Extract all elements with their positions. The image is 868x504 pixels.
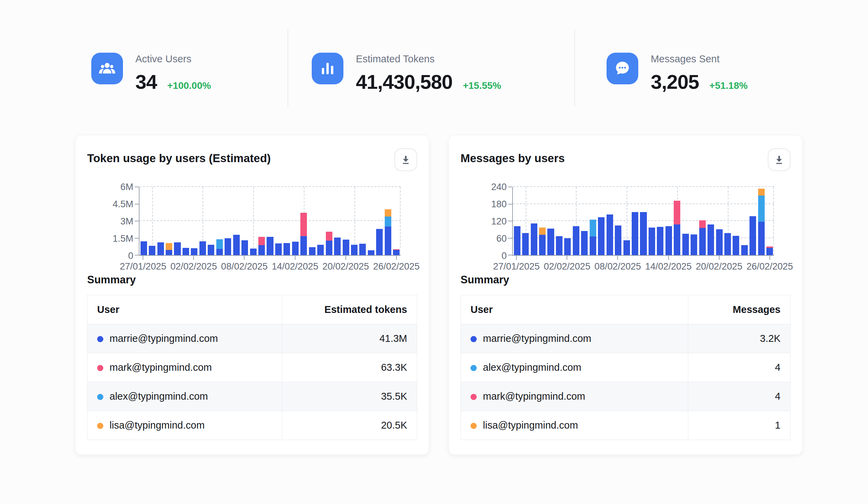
bar-day-16[interactable] [267,187,273,255]
bar-day-10[interactable] [216,187,223,255]
x-axis-tick [244,256,245,260]
user-email: marrie@typingmind.com [483,333,591,344]
bar-segment-marrie [250,249,257,255]
bar-segment-marrie [514,226,520,255]
stat-value: 41,430,580 [356,70,452,93]
bar-segment-marrie [564,238,571,255]
x-axis-tick [193,256,194,260]
bar-day-30[interactable] [385,187,391,255]
bar-day-25[interactable] [343,187,349,255]
x-axis-tick [617,256,618,260]
bar-day-15[interactable] [258,187,265,255]
summary-table-body: marrie@typingmind.com41.3Mmark@typingmin… [87,324,417,440]
bar-day-17[interactable] [275,187,282,255]
bar-day-26[interactable] [351,187,358,255]
bar-segment-marrie [258,245,265,255]
bar-day-19[interactable] [665,187,672,255]
bar-day-14[interactable] [623,187,630,255]
bar-day-25[interactable] [716,187,723,255]
user-cell: mark@typingmind.com [87,353,282,382]
bar-day-18[interactable] [283,187,290,255]
bar-day-8[interactable] [573,187,579,255]
bar-day-3[interactable] [531,187,537,255]
bar-day-31[interactable] [393,187,400,255]
bar-day-26[interactable] [724,187,731,255]
bar-segment-lisa [166,243,172,250]
bar-day-1[interactable] [141,187,147,255]
download-button[interactable] [394,148,417,171]
bar-day-4[interactable] [166,187,172,255]
bar-segment-marrie [691,234,697,255]
stat-change-badge: +100.00% [167,80,211,91]
bar-day-22[interactable] [691,187,697,255]
bar-day-20[interactable] [300,187,307,255]
y-axis-tick-label: 6M [120,182,133,192]
bar-segment-marrie [733,236,739,255]
bar-day-10[interactable] [590,187,596,255]
bar-segment-marrie [225,238,231,255]
bar-day-29[interactable] [750,187,756,255]
bar-day-9[interactable] [581,187,588,255]
x-axis-tick [143,256,143,260]
y-axis-tick [135,238,139,239]
y-axis-tick-label: 120 [491,216,507,227]
bar-day-12[interactable] [233,187,240,255]
bar-day-18[interactable] [657,187,663,255]
bar-day-6[interactable] [183,187,189,255]
bar-day-8[interactable] [199,187,206,255]
bar-day-19[interactable] [292,187,299,255]
bar-day-3[interactable] [157,187,164,255]
bar-day-28[interactable] [741,187,748,255]
bar-day-31[interactable] [766,187,773,255]
bar-day-28[interactable] [368,187,374,255]
bar-day-14[interactable] [250,187,257,255]
bar-segment-marrie [539,235,546,255]
bar-day-24[interactable] [334,187,341,255]
bar-day-7[interactable] [191,187,197,255]
bar-day-12[interactable] [607,187,613,255]
bar-day-21[interactable] [682,187,689,255]
bar-segment-marrie [376,229,383,255]
bar-day-2[interactable] [149,187,155,255]
bar-day-13[interactable] [241,187,248,255]
user-cell: alex@typingmind.com [461,353,688,382]
y-axis-tick [135,255,139,255]
user-email: alex@typingmind.com [110,391,208,402]
bar-day-17[interactable] [649,187,655,255]
bar-day-11[interactable] [598,187,604,255]
bar-day-5[interactable] [174,187,180,255]
bar-day-23[interactable] [699,187,706,255]
bar-segment-marrie [573,226,579,255]
x-axis-tick-label: 02/02/2025 [170,261,217,272]
bar-day-27[interactable] [733,187,739,255]
bar-day-1[interactable] [514,187,520,255]
y-axis-tick [508,255,512,255]
bar-segment-marrie [199,241,206,255]
bar-day-30[interactable] [758,187,765,255]
bar-segment-lisa [758,189,765,196]
bar-day-22[interactable] [317,187,324,255]
bar-day-7[interactable] [564,187,571,255]
bar-day-15[interactable] [632,187,638,255]
bar-day-5[interactable] [547,187,554,255]
bar-segment-marrie [183,248,189,255]
bar-day-20[interactable] [674,187,680,255]
bar-day-9[interactable] [208,187,214,255]
bar-segment-alex [216,239,223,249]
bar-day-4[interactable] [539,187,546,255]
bar-day-27[interactable] [359,187,366,255]
bar-day-23[interactable] [326,187,332,255]
bar-day-21[interactable] [309,187,316,255]
bar-day-29[interactable] [376,187,383,255]
bar-day-24[interactable] [707,187,714,255]
bar-segment-marrie [309,247,316,255]
bar-day-13[interactable] [615,187,621,255]
download-button[interactable] [768,148,790,171]
bar-day-16[interactable] [640,187,647,255]
bar-day-11[interactable] [225,187,231,255]
chart: 01.5M3M4.5M6M 27/01/202502/02/202508/02/… [139,187,401,256]
bar-day-6[interactable] [556,187,562,255]
bar-day-2[interactable] [522,187,529,255]
bar-segment-marrie [283,243,290,255]
bar-segment-marrie [632,212,638,255]
